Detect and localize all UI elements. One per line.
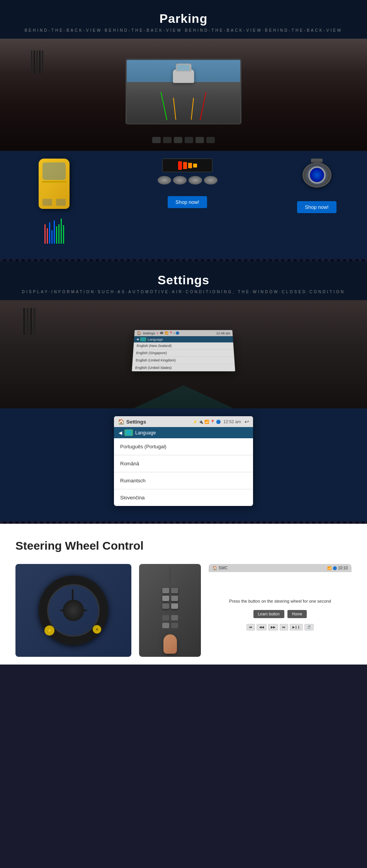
steering-title: Steering Wheel Control xyxy=(15,539,352,552)
settings-language-list: Português (Portugal) Română Rumantsch Sl… xyxy=(114,438,253,506)
settings-time-main: 12:52 am xyxy=(223,419,241,424)
parking-sensor-product: Shop now! xyxy=(100,159,274,208)
settings-main-screen: 🏠 Settings ⚡ 🔌 📶 📍 🔵 12:52 am ↩ ◀ 🌐 Lang… xyxy=(114,416,253,506)
swc-instruction-text: Press the button on the steering wheel f… xyxy=(229,598,331,604)
settings-subtitle: DISPLAY·INFORMATION·SUCH·AS·AUTOMOTIVE·A… xyxy=(0,290,367,294)
settings-language-label-small: Language xyxy=(148,337,163,341)
back-lang-icon[interactable]: ◀ xyxy=(119,430,122,436)
swc-ctrl-2: ◀◀ xyxy=(257,624,267,630)
battery-icon: ⚡ xyxy=(193,420,197,424)
usb-icon: 🔌 xyxy=(199,420,203,424)
steering-badge-left: ⚡ xyxy=(44,625,54,636)
swc-ctrl-5: ▶❙❙ xyxy=(290,624,303,630)
dashboard-background xyxy=(0,39,367,151)
steering-buttons-image xyxy=(139,564,201,657)
settings-title: Settings xyxy=(0,273,367,287)
shop-now-camera-button[interactable]: Shop now! xyxy=(297,201,336,213)
swc-time: 10:10 xyxy=(338,566,348,570)
swc-screen-header: 🏠 SWC 📶 🔵 10:10 xyxy=(209,564,352,572)
swc-learn-button[interactable]: Learn button xyxy=(253,610,284,618)
swc-controls-grid: ⏮ ◀◀ ▶▶ ⏭ ▶❙❙ 🎵 xyxy=(246,624,314,630)
steering-badge-right: ≡ xyxy=(93,625,101,634)
settings-screen-title-small: Settings xyxy=(143,331,155,335)
swc-home-button[interactable]: Home xyxy=(287,610,307,618)
globe-icon: 🌐 xyxy=(124,429,133,436)
swc-home-icon: 🏠 xyxy=(212,566,217,570)
signal-icon: 📶 xyxy=(204,420,209,424)
home-icon: 🏠 xyxy=(118,419,124,425)
swc-title: SWC xyxy=(219,566,228,570)
lang-item-rm[interactable]: Rumantsch xyxy=(114,472,253,489)
steering-wheel-image: ⚡ ≡ xyxy=(15,564,131,657)
back-icon[interactable]: ↩ xyxy=(245,419,249,425)
swc-ctrl-6: 🎵 xyxy=(304,624,314,630)
lang-item-uk: English (United Kingdom) xyxy=(132,357,234,364)
settings-detail-area: 🏠 Settings ⚡ 🔌 📶 📍 🔵 12:52 am ↩ ◀ 🌐 Lang… xyxy=(0,408,367,521)
steering-section: Steering Wheel Control ⚡ ≡ xyxy=(0,524,367,665)
swc-content-area: Press the button on the steering wheel f… xyxy=(209,572,352,657)
lang-item-nz: English (New Zealand) xyxy=(133,342,234,349)
steering-content-area: ⚡ ≡ xyxy=(15,564,352,657)
language-section-label: Language xyxy=(135,430,156,436)
parking-car-visual xyxy=(15,159,93,244)
lang-item-pt[interactable]: Português (Portugal) xyxy=(114,438,253,455)
swc-ctrl-4: ⏭ xyxy=(280,624,288,630)
swc-ctrl-3: ▶▶ xyxy=(268,624,278,630)
settings-hero-bg: 🏠 Settings ● ☎ 📶 📍 ▪ 🔵 12:48 am ◀ 🌐 Lang… xyxy=(0,300,367,408)
lang-item-ro[interactable]: Română xyxy=(114,455,253,472)
location-icon: 📍 xyxy=(210,420,215,424)
parking-title: Parking xyxy=(0,12,367,26)
settings-hero-image: 🏠 Settings ● ☎ 📶 📍 ▪ 🔵 12:48 am ◀ 🌐 Lang… xyxy=(0,300,367,408)
swc-status-bar: 📶 🔵 10:10 xyxy=(327,566,348,570)
shop-now-sensor-button[interactable]: Shop now! xyxy=(168,196,207,208)
lang-item-sl[interactable]: Slovenčina xyxy=(114,489,253,506)
lang-item-sg: English (Singapore) xyxy=(133,350,234,357)
parking-section: Parking BEHIND-THE-BACK-VIEW·BEHIND-THE-… xyxy=(0,0,367,259)
parking-camera-product: Shop now! xyxy=(282,159,352,213)
settings-time-top: 12:48 am xyxy=(216,331,230,335)
bluetooth-icon: 🔵 xyxy=(216,420,221,424)
settings-main-header-right: ⚡ 🔌 📶 📍 🔵 12:52 am ↩ xyxy=(193,419,249,425)
steering-swc-screen: 🏠 SWC 📶 🔵 10:10 Press the button on the … xyxy=(209,564,352,657)
settings-main-header-left: 🏠 Settings xyxy=(118,419,146,425)
settings-section: Settings DISPLAY·INFORMATION·SUCH·AS·AUT… xyxy=(0,261,367,521)
settings-language-section-header: ◀ 🌐 Language xyxy=(114,427,253,438)
settings-main-title: Settings xyxy=(126,419,146,425)
parking-subtitle: BEHIND-THE-BACK-VIEW·BEHIND-THE-BACK-VIE… xyxy=(0,28,367,32)
swc-ctrl-1: ⏮ xyxy=(246,624,255,630)
settings-main-header-bar: 🏠 Settings ⚡ 🔌 📶 📍 🔵 12:52 am ↩ xyxy=(114,416,253,427)
parking-hero-image xyxy=(0,39,367,151)
parking-products-area: Shop now! Shop now! xyxy=(0,151,367,259)
lang-item-us: English (United States) xyxy=(132,364,235,371)
